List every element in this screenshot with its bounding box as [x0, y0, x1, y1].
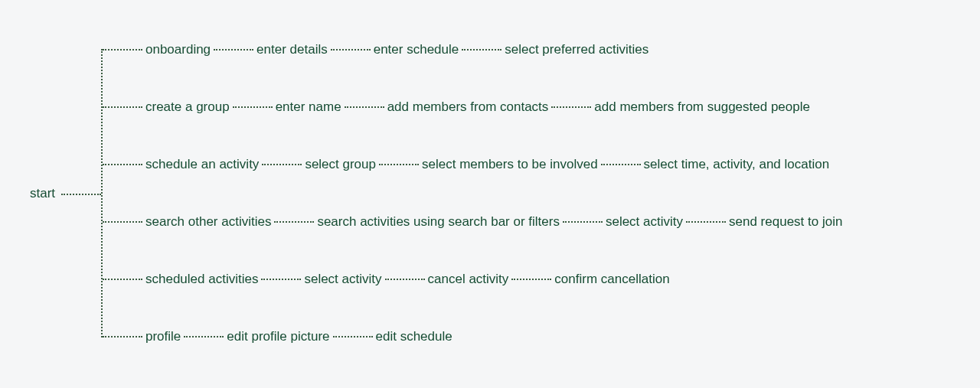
- node-label: add members from suggested people: [591, 99, 813, 115]
- connector-segment: [379, 164, 419, 165]
- connector-segment: [261, 279, 301, 280]
- connector-segment: [262, 164, 302, 165]
- root-node: start: [27, 186, 58, 201]
- node-label: select activity: [603, 214, 686, 230]
- connector-segment: [331, 49, 371, 51]
- connector-segment: [103, 106, 142, 108]
- node-label: edit schedule: [373, 329, 456, 344]
- node-label: enter name: [273, 99, 345, 115]
- node-label: select group: [302, 157, 379, 172]
- connector-segment: [345, 106, 384, 108]
- connector-segment: [563, 221, 603, 223]
- branch-row: schedule an activityselect groupselect m…: [103, 157, 832, 172]
- node-label: onboarding: [142, 42, 214, 57]
- root-connector: [61, 194, 101, 195]
- connector-segment: [103, 164, 142, 165]
- node-label: search activities using search bar or fi…: [314, 214, 563, 230]
- tree-spine: [101, 49, 103, 337]
- connector-segment: [686, 221, 726, 223]
- node-label: scheduled activities: [142, 272, 261, 287]
- connector-segment: [385, 279, 425, 280]
- connector-segment: [214, 49, 253, 51]
- node-label: cancel activity: [425, 272, 512, 287]
- connector-segment: [551, 106, 591, 108]
- connector-segment: [333, 336, 373, 337]
- node-label: enter schedule: [371, 42, 462, 57]
- connector-segment: [462, 49, 501, 51]
- node-label: enter details: [253, 42, 331, 57]
- node-label: select activity: [301, 272, 384, 287]
- node-label: edit profile picture: [224, 329, 332, 344]
- node-label: schedule an activity: [142, 157, 262, 172]
- connector-segment: [511, 279, 551, 280]
- connector-segment: [233, 106, 273, 108]
- connector-segment: [103, 49, 142, 51]
- node-label: profile: [142, 329, 184, 344]
- node-label: confirm cancellation: [551, 272, 672, 287]
- node-label: select time, activity, and location: [641, 157, 833, 172]
- node-label: select members to be involved: [419, 157, 601, 172]
- connector-segment: [103, 279, 142, 280]
- connector-segment: [274, 221, 314, 223]
- branch-row: create a groupenter nameadd members from…: [103, 99, 813, 115]
- connector-segment: [184, 336, 224, 337]
- node-label: select preferred activities: [501, 42, 652, 57]
- node-label: search other activities: [142, 214, 274, 230]
- node-label: send request to join: [726, 214, 845, 230]
- branch-row: onboardingenter detailsenter schedulesel…: [103, 42, 652, 57]
- connector-segment: [103, 221, 142, 223]
- branch-row: profileedit profile pictureedit schedule: [103, 329, 456, 344]
- node-label: add members from contacts: [384, 99, 552, 115]
- connector-segment: [601, 164, 641, 165]
- connector-segment: [103, 336, 142, 337]
- branch-row: search other activitiessearch activities…: [103, 214, 845, 230]
- node-label: start: [27, 186, 58, 201]
- node-label: create a group: [142, 99, 233, 115]
- branch-row: scheduled activitiesselect activitycance…: [103, 272, 673, 287]
